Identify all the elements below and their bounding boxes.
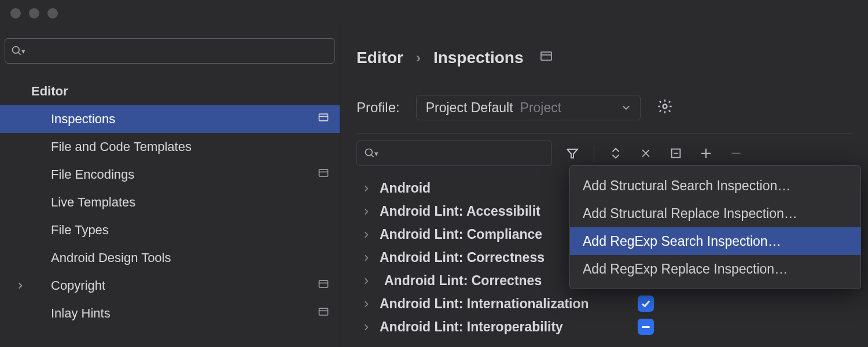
chevron-down-icon <box>621 100 631 116</box>
separator <box>594 145 594 162</box>
divider <box>356 133 852 134</box>
sidebar-item-android-design-tools[interactable]: Android Design Tools <box>0 244 340 272</box>
chevron-right-icon <box>362 180 370 196</box>
svg-line-1 <box>19 53 21 55</box>
expand-collapse-icon[interactable] <box>607 147 624 160</box>
tree-label: Android Lint: Internationalization <box>380 296 589 312</box>
sidebar-item-label: Copyright <box>51 278 105 293</box>
project-badge-icon <box>318 306 329 321</box>
tree-label: Android Lint: Interoperability <box>380 319 563 335</box>
chevron-right-icon: › <box>416 50 421 66</box>
sidebar-item-file-types[interactable]: File Types <box>0 216 340 244</box>
project-badge-icon <box>318 112 329 127</box>
sidebar-nav: Editor Inspections File and Code Templat… <box>0 72 340 347</box>
project-badge-icon <box>539 49 553 67</box>
svg-rect-8 <box>319 308 328 315</box>
chevron-right-icon <box>362 273 370 289</box>
chevron-right-icon <box>16 278 24 293</box>
svg-point-13 <box>366 149 373 156</box>
tree-label: Android Lint: Compliance <box>380 227 542 242</box>
preferences-sidebar: ▾ Editor Inspections File and Code Templ… <box>0 24 340 347</box>
traffic-light-minimize[interactable] <box>29 8 39 19</box>
tree-category[interactable]: Android Lint: Interoperability <box>356 315 852 338</box>
svg-point-0 <box>13 47 20 54</box>
chevron-right-icon <box>362 250 370 265</box>
menu-item-add-structural-search[interactable]: Add Structural Search Inspection… <box>570 172 860 200</box>
svg-point-12 <box>663 104 667 108</box>
add-icon[interactable] <box>697 146 715 160</box>
sidebar-item-copyright[interactable]: Copyright <box>0 272 340 300</box>
checkbox-mixed[interactable] <box>638 319 654 335</box>
sidebar-item-label: Live Templates <box>51 195 135 210</box>
sidebar-item-inlay-hints[interactable]: Inlay Hints <box>0 300 340 327</box>
search-icon <box>364 147 376 159</box>
chevron-right-icon <box>362 296 370 312</box>
sidebar-item-label: File and Code Templates <box>51 139 192 154</box>
reset-icon[interactable] <box>637 147 654 159</box>
project-badge-icon <box>318 278 329 293</box>
chevron-down-icon: ▾ <box>21 47 25 56</box>
chevron-down-icon: ▾ <box>374 149 378 158</box>
menu-item-add-structural-replace[interactable]: Add Structural Replace Inspection… <box>570 200 860 227</box>
inspections-toolbar: ▾ <box>356 141 852 166</box>
search-icon <box>11 45 23 57</box>
breadcrumb-part: Editor <box>356 49 403 67</box>
sidebar-item-label: Inspections <box>51 112 115 127</box>
gear-icon[interactable] <box>657 98 673 117</box>
sidebar-item-inspections[interactable]: Inspections <box>0 105 340 133</box>
add-inspection-popup: Add Structural Search Inspection… Add St… <box>569 165 861 289</box>
profile-name: Project Default <box>426 100 513 116</box>
inspections-search-input[interactable]: ▾ <box>356 141 552 166</box>
tree-label: Android Lint: Correctness <box>380 250 545 265</box>
profile-label: Profile: <box>356 99 400 116</box>
tree-label: Android Lint: Correctnes <box>384 273 542 289</box>
chevron-right-icon <box>362 204 370 219</box>
window-controls <box>0 0 868 24</box>
sidebar-item-label: Inlay Hints <box>51 306 111 321</box>
chevron-right-icon <box>362 227 370 242</box>
svg-rect-10 <box>541 52 551 60</box>
tree-category[interactable]: Android Lint: Internationalization <box>356 292 852 315</box>
sidebar-item-file-code-templates[interactable]: File and Code Templates <box>0 133 340 161</box>
traffic-light-close[interactable] <box>10 8 21 19</box>
checkbox-checked[interactable] <box>638 296 654 312</box>
menu-item-add-regexp-replace[interactable]: Add RegExp Replace Inspection… <box>570 255 860 283</box>
svg-rect-2 <box>319 114 328 121</box>
traffic-light-zoom[interactable] <box>47 8 58 19</box>
toolbar-icons <box>552 141 745 166</box>
sidebar-item-label: Android Design Tools <box>51 250 171 265</box>
sidebar-item-live-templates[interactable]: Live Templates <box>0 189 340 216</box>
project-badge-icon <box>318 167 329 182</box>
breadcrumb: Editor › Inspections <box>356 24 852 67</box>
tree-label: Android Lint: Accessibilit <box>380 204 540 219</box>
sidebar-item-label: File Types <box>51 223 109 238</box>
svg-line-14 <box>372 155 374 157</box>
menu-item-add-regexp-search[interactable]: Add RegExp Search Inspection… <box>570 227 860 255</box>
sidebar-search-input[interactable]: ▾ <box>5 38 335 64</box>
profile-row: Profile: Project Default Project <box>356 95 852 120</box>
remove-icon[interactable] <box>727 147 745 160</box>
profile-select[interactable]: Project Default Project <box>416 95 641 120</box>
sidebar-item-label: File Encodings <box>51 167 134 182</box>
profile-scope: Project <box>520 100 562 116</box>
sidebar-item-file-encodings[interactable]: File Encodings <box>0 161 340 189</box>
filter-icon[interactable] <box>564 146 581 160</box>
chevron-right-icon <box>362 319 370 335</box>
svg-rect-6 <box>319 280 328 287</box>
tree-label: Android <box>380 180 431 196</box>
breadcrumb-part: Inspections <box>433 49 524 67</box>
svg-rect-4 <box>319 169 328 176</box>
sidebar-section-editor[interactable]: Editor <box>0 77 340 105</box>
disable-icon[interactable] <box>667 147 685 160</box>
